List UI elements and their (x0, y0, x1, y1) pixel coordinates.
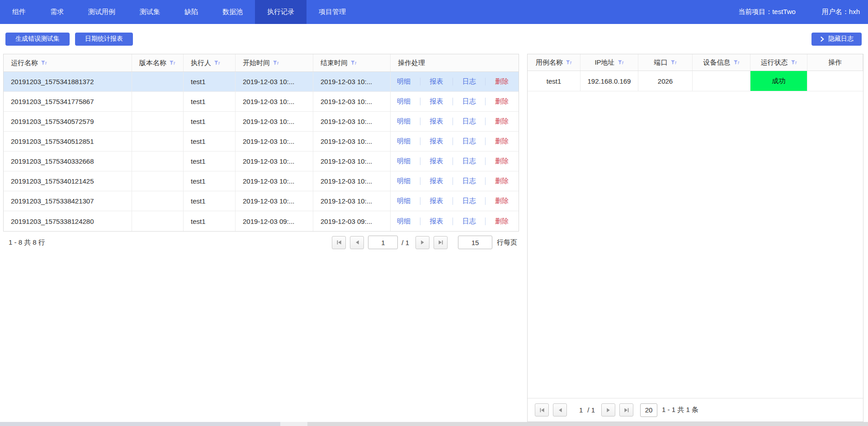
filter-icon[interactable] (566, 60, 572, 66)
nav-tab-requirements[interactable]: 需求 (38, 0, 76, 24)
filter-icon[interactable] (733, 60, 740, 66)
hide-log-button[interactable]: 隐藏日志 (811, 33, 862, 46)
filter-icon[interactable] (214, 60, 220, 66)
detail-link[interactable]: 明细 (397, 97, 410, 106)
filter-icon[interactable] (791, 60, 797, 66)
end-time-cell: 2019-12-03 09:... (313, 211, 391, 231)
version-cell (132, 151, 184, 171)
page-size-input[interactable] (640, 403, 657, 417)
last-page-button[interactable] (619, 403, 633, 417)
previous-page-button[interactable] (553, 403, 567, 417)
generate-error-testset-button[interactable]: 生成错误测试集 (5, 33, 70, 46)
nav-tab-data-pool[interactable]: 数据池 (210, 0, 255, 24)
filter-icon[interactable] (350, 60, 357, 66)
header-case-name: 用例名称 (528, 54, 580, 71)
log-link[interactable]: 日志 (462, 217, 476, 226)
log-link[interactable]: 日志 (462, 197, 476, 205)
start-time-cell: 2019-12-03 09:... (236, 211, 313, 231)
runs-pagination-summary: 1 - 8 共 8 行 (9, 238, 45, 247)
log-link[interactable]: 日志 (462, 117, 476, 126)
filter-icon[interactable] (670, 60, 677, 66)
report-link[interactable]: 报表 (429, 217, 443, 226)
report-link[interactable]: 报表 (429, 197, 443, 205)
delete-link[interactable]: 删除 (495, 97, 509, 106)
horizontal-scrollbar[interactable] (0, 422, 868, 426)
executor-cell: test1 (184, 92, 236, 111)
nav-tab-test-cases[interactable]: 测试用例 (76, 0, 127, 24)
filter-icon[interactable] (41, 60, 47, 66)
end-time-cell: 2019-12-03 10:... (313, 92, 391, 111)
detail-link[interactable]: 明细 (397, 197, 410, 205)
table-row[interactable]: 20191203_1575341881372 test1 2019-12-03 … (4, 72, 519, 92)
table-row[interactable]: 20191203_1575340512851 test1 2019-12-03 … (4, 132, 519, 151)
filter-icon[interactable] (618, 60, 624, 66)
next-page-button[interactable] (601, 403, 615, 417)
end-time-cell: 2019-12-03 10:... (313, 191, 391, 211)
run-name-cell: 20191203_1575340332668 (4, 151, 132, 171)
delete-link[interactable]: 删除 (495, 77, 509, 86)
nav-tab-project-management[interactable]: 项目管理 (307, 0, 358, 24)
link-separator (420, 137, 420, 145)
filter-icon[interactable] (169, 60, 175, 66)
report-link[interactable]: 报表 (429, 177, 443, 185)
delete-link[interactable]: 删除 (495, 217, 509, 226)
page-number-input[interactable] (368, 236, 398, 249)
detail-link[interactable]: 明细 (397, 77, 410, 86)
first-page-button[interactable] (535, 403, 549, 417)
table-row[interactable]: 20191203_1575338124280 test1 2019-12-03 … (4, 211, 519, 231)
detail-link[interactable]: 明细 (397, 137, 410, 146)
header-end-time: 结束时间 (313, 54, 391, 71)
detail-link[interactable]: 明细 (397, 177, 410, 185)
table-row[interactable]: 20191203_1575340572579 test1 2019-12-03 … (4, 112, 519, 132)
report-link[interactable]: 报表 (429, 97, 443, 106)
log-link[interactable]: 日志 (462, 157, 476, 166)
log-link[interactable]: 日志 (462, 97, 476, 106)
report-link[interactable]: 报表 (429, 77, 443, 86)
version-cell (132, 171, 184, 191)
end-time-cell: 2019-12-03 10:... (313, 112, 391, 131)
delete-link[interactable]: 删除 (495, 157, 509, 166)
link-separator (485, 78, 486, 85)
report-link[interactable]: 报表 (429, 137, 443, 146)
scrollbar-thumb[interactable] (307, 422, 868, 426)
detail-link[interactable]: 明细 (397, 157, 410, 166)
link-separator (453, 137, 453, 145)
run-name-cell: 20191203_1575340512851 (4, 132, 132, 151)
table-row[interactable]: 20191203_1575340332668 test1 2019-12-03 … (4, 151, 519, 171)
table-row[interactable]: test1 192.168.0.169 2026 成功 (528, 71, 863, 91)
nav-tab-components[interactable]: 组件 (0, 0, 38, 24)
delete-link[interactable]: 删除 (495, 197, 509, 205)
delete-link[interactable]: 删除 (495, 117, 509, 126)
page-size-input[interactable] (458, 236, 492, 249)
nav-tab-execution-records[interactable]: 执行记录 (255, 0, 307, 24)
table-row[interactable]: 20191203_1575341775867 test1 2019-12-03 … (4, 92, 519, 112)
header-port: 端口 (638, 54, 693, 71)
case-name-cell: test1 (528, 71, 580, 91)
detail-link[interactable]: 明细 (397, 117, 410, 126)
detail-link[interactable]: 明细 (397, 217, 410, 226)
header-version-name-label: 版本名称 (139, 59, 166, 67)
table-row[interactable]: 20191203_1575338421307 test1 2019-12-03 … (4, 191, 519, 211)
table-row[interactable]: 20191203_1575340121425 test1 2019-12-03 … (4, 171, 519, 191)
report-link[interactable]: 报表 (429, 117, 443, 126)
nav-tab-defects[interactable]: 缺陷 (172, 0, 210, 24)
start-time-cell: 2019-12-03 10:... (236, 151, 313, 171)
log-link[interactable]: 日志 (462, 177, 476, 185)
next-page-button[interactable] (415, 236, 429, 249)
report-link[interactable]: 报表 (429, 157, 443, 166)
log-link[interactable]: 日志 (462, 137, 476, 146)
run-name-cell: 20191203_1575340572579 (4, 112, 132, 131)
nav-tab-test-sets[interactable]: 测试集 (127, 0, 172, 24)
filter-icon[interactable] (273, 60, 279, 66)
first-page-button[interactable] (332, 236, 346, 249)
log-link[interactable]: 日志 (462, 77, 476, 86)
previous-page-button[interactable] (350, 236, 364, 249)
scrollbar-thumb[interactable] (0, 422, 280, 426)
operations-cell: 明细 报表 日志 删除 (391, 171, 519, 191)
last-page-button[interactable] (434, 236, 448, 249)
header-executor: 执行人 (184, 54, 236, 71)
delete-link[interactable]: 删除 (495, 177, 509, 185)
date-report-button[interactable]: 日期统计报表 (75, 33, 133, 46)
delete-link[interactable]: 删除 (495, 137, 509, 146)
top-nav: 组件 需求 测试用例 测试集 缺陷 数据池 执行记录 项目管理 当前项目：tes… (0, 0, 868, 24)
